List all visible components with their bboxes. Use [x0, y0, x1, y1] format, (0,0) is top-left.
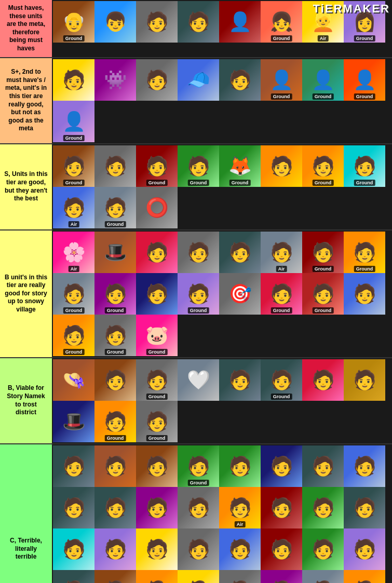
unit-cell-u75[interactable]: 🧑	[53, 528, 94, 570]
unit-cell-u46[interactable]: 🧑Ground	[94, 315, 136, 356]
unit-cell-u60[interactable]: 🧑	[94, 445, 136, 487]
unit-cell-u11[interactable]: 🧑	[136, 59, 178, 101]
unit-cell-u87[interactable]: 🧑	[219, 570, 261, 583]
unit-cell-u7[interactable]: 👱Air	[302, 1, 344, 43]
unit-cell-u58[interactable]: 🧑Ground	[136, 401, 178, 442]
unit-cell-u49[interactable]: 🧑	[94, 359, 136, 401]
unit-cell-u88[interactable]: 🧑	[261, 570, 302, 583]
unit-cell-u28[interactable]: ⭕	[136, 187, 178, 228]
unit-cell-u2[interactable]: 👦	[94, 1, 136, 43]
unit-cell-u74[interactable]: 🧑	[344, 487, 385, 528]
unit-cell-u24[interactable]: 🧑Ground	[302, 145, 344, 187]
unit-avatar-u90: 🧑	[344, 570, 385, 583]
unit-cell-u67[interactable]: 🧑	[53, 487, 94, 528]
unit-cell-u19[interactable]: 🧑	[94, 145, 136, 187]
unit-cell-u18[interactable]: 🧑Ground	[53, 145, 94, 187]
unit-face-u40: 🧑	[187, 284, 210, 303]
unit-cell-u39[interactable]: 🧑	[136, 273, 178, 315]
unit-cell-u71[interactable]: 🧑Air	[219, 487, 261, 528]
unit-cell-u56[interactable]: 🎩	[53, 401, 94, 442]
unit-face-u22: 🦊	[228, 157, 252, 175]
unit-cell-u15[interactable]: 👤Ground	[302, 59, 344, 101]
unit-face-u3: 🧑	[145, 12, 169, 31]
unit-cell-u42[interactable]: 🧑Ground	[261, 273, 302, 315]
unit-cell-u59[interactable]: 🧑	[53, 445, 94, 487]
unit-cell-u86[interactable]: 🧑	[178, 570, 219, 583]
unit-cell-u6[interactable]: 👧Ground	[261, 1, 302, 43]
unit-badge-u7: Air	[318, 35, 329, 42]
unit-cell-u30[interactable]: 🎩	[94, 232, 136, 273]
unit-cell-u80[interactable]: 🧑	[261, 528, 302, 570]
unit-cell-u45[interactable]: 🧑Ground	[53, 315, 94, 356]
unit-cell-u61[interactable]: 🧑	[136, 445, 178, 487]
unit-cell-u70[interactable]: 🧑	[178, 487, 219, 528]
unit-cell-u21[interactable]: 🧑Ground	[178, 145, 219, 187]
unit-cell-u55[interactable]: 🧑	[344, 359, 385, 401]
unit-cell-u22[interactable]: 🦊Ground	[219, 145, 261, 187]
unit-cell-u8[interactable]: 👩Ground	[344, 1, 385, 43]
unit-cell-u5[interactable]: 👤	[219, 1, 261, 43]
unit-cell-u47[interactable]: 🐷Ground	[136, 315, 178, 356]
unit-cell-u51[interactable]: 🤍	[178, 359, 219, 401]
unit-cell-u1[interactable]: 👴Ground	[53, 1, 94, 43]
unit-avatar-u81: 🧑	[302, 528, 344, 570]
unit-cell-u83[interactable]: 🧑	[53, 570, 94, 583]
unit-cell-u4[interactable]: 🧑	[178, 1, 219, 43]
unit-cell-u13[interactable]: 🧑	[219, 59, 261, 101]
unit-cell-u40[interactable]: 🧑Ground	[178, 273, 219, 315]
unit-cell-u16[interactable]: 👤Ground	[344, 59, 385, 101]
unit-face-u67: 🧑	[62, 498, 86, 517]
unit-cell-u53[interactable]: 🧑Ground	[261, 359, 302, 401]
unit-cell-u25[interactable]: 🧑Ground	[344, 145, 385, 187]
unit-cell-u41[interactable]: 🎯	[219, 273, 261, 315]
unit-avatar-u4: 🧑	[178, 1, 219, 43]
unit-cell-u52[interactable]: 🧑	[219, 359, 261, 401]
unit-cell-u73[interactable]: 🧑	[302, 487, 344, 528]
unit-cell-u43[interactable]: 🧑Ground	[302, 273, 344, 315]
unit-cell-u26[interactable]: 🧑Air	[53, 187, 94, 228]
unit-cell-u34[interactable]: 🧑Air	[261, 232, 302, 273]
unit-cell-u9[interactable]: 🧑	[53, 59, 94, 101]
unit-cell-u82[interactable]: 🧑	[344, 528, 385, 570]
unit-cell-u89[interactable]: 🧑	[302, 570, 344, 583]
unit-cell-u50[interactable]: 🧑Ground	[136, 359, 178, 401]
unit-cell-u44[interactable]: 🧑	[344, 273, 385, 315]
unit-cell-u37[interactable]: 🧑Ground	[53, 273, 94, 315]
unit-cell-u66[interactable]: 🧑	[344, 445, 385, 487]
unit-cell-u3[interactable]: 🧑	[136, 1, 178, 43]
tier-content-b-plus: 🌸Air🎩🧑🧑🧑🧑Air🧑Ground🧑Ground🧑Ground🧑Ground…	[52, 231, 392, 357]
unit-cell-u20[interactable]: 🧑Ground	[136, 145, 178, 187]
unit-cell-u90[interactable]: 🧑	[344, 570, 385, 583]
unit-cell-u32[interactable]: 🧑	[178, 232, 219, 273]
unit-cell-u29[interactable]: 🌸Air	[53, 232, 94, 273]
unit-cell-u35[interactable]: 🧑Ground	[302, 232, 344, 273]
unit-cell-u17[interactable]: 👤Ground	[53, 101, 94, 142]
unit-cell-u31[interactable]: 🧑	[136, 232, 178, 273]
unit-face-u21: 🧑	[187, 157, 210, 175]
unit-cell-u84[interactable]: 🧑	[94, 570, 136, 583]
unit-cell-u79[interactable]: 🧑	[219, 528, 261, 570]
unit-cell-u72[interactable]: 🧑	[261, 487, 302, 528]
unit-cell-u81[interactable]: 🧑	[302, 528, 344, 570]
unit-cell-u78[interactable]: 🧑	[178, 528, 219, 570]
unit-cell-u57[interactable]: 🧑Ground	[94, 401, 136, 442]
unit-cell-u38[interactable]: 🧑Ground	[94, 273, 136, 315]
unit-cell-u85[interactable]: 🧑	[136, 570, 178, 583]
unit-cell-u14[interactable]: 👤Ground	[261, 59, 302, 101]
unit-cell-u62[interactable]: 🧑Ground	[178, 445, 219, 487]
unit-cell-u54[interactable]: 🧑	[302, 359, 344, 401]
unit-cell-u69[interactable]: 🧑	[136, 487, 178, 528]
unit-cell-u27[interactable]: 🧑Ground	[94, 187, 136, 228]
unit-cell-u48[interactable]: 👒	[53, 359, 94, 401]
unit-cell-u10[interactable]: 👾	[94, 59, 136, 101]
unit-cell-u23[interactable]: 🧑	[261, 145, 302, 187]
unit-cell-u64[interactable]: 🧑	[261, 445, 302, 487]
unit-cell-u77[interactable]: 🧑	[136, 528, 178, 570]
unit-cell-u33[interactable]: 🧑	[219, 232, 261, 273]
unit-cell-u65[interactable]: 🧑	[302, 445, 344, 487]
unit-cell-u68[interactable]: 🧑	[94, 487, 136, 528]
unit-cell-u63[interactable]: 🧑	[219, 445, 261, 487]
unit-cell-u76[interactable]: 🧑	[94, 528, 136, 570]
unit-cell-u36[interactable]: 🧑Ground	[344, 232, 385, 273]
unit-cell-u12[interactable]: 🧢	[178, 59, 219, 101]
